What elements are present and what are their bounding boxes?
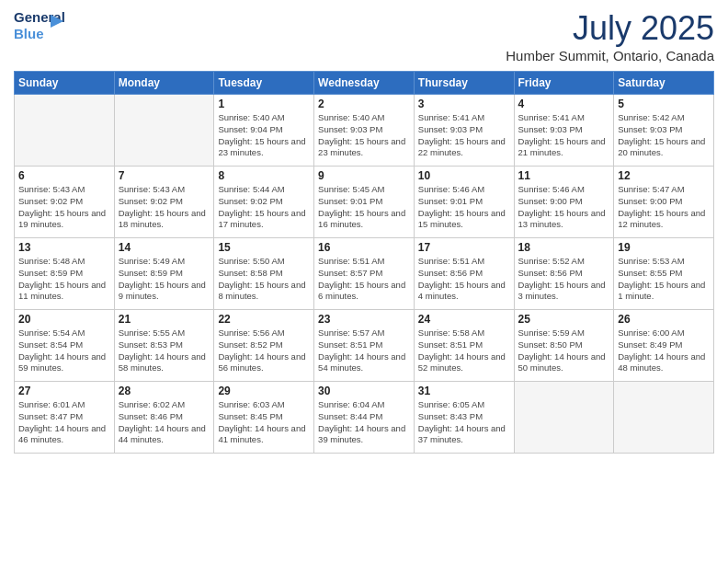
calendar-cell: 3Sunrise: 5:41 AM Sunset: 9:03 PM Daylig… bbox=[414, 95, 514, 167]
calendar-cell: 19Sunrise: 5:53 AM Sunset: 8:55 PM Dayli… bbox=[614, 238, 714, 310]
day-info: Sunrise: 6:03 AM Sunset: 8:45 PM Dayligh… bbox=[218, 399, 310, 446]
calendar-cell: 4Sunrise: 5:41 AM Sunset: 9:03 PM Daylig… bbox=[514, 95, 614, 167]
calendar-cell: 16Sunrise: 5:51 AM Sunset: 8:57 PM Dayli… bbox=[314, 238, 415, 310]
day-number: 18 bbox=[518, 241, 610, 254]
day-number: 15 bbox=[218, 241, 310, 254]
day-info: Sunrise: 5:46 AM Sunset: 9:00 PM Dayligh… bbox=[518, 184, 610, 231]
day-number: 21 bbox=[119, 313, 210, 326]
day-info: Sunrise: 5:41 AM Sunset: 9:03 PM Dayligh… bbox=[418, 112, 510, 159]
day-info: Sunrise: 5:48 AM Sunset: 8:59 PM Dayligh… bbox=[18, 256, 110, 303]
day-info: Sunrise: 5:51 AM Sunset: 8:56 PM Dayligh… bbox=[418, 256, 510, 303]
week-row-2: 6Sunrise: 5:43 AM Sunset: 9:02 PM Daylig… bbox=[15, 167, 714, 238]
week-row-3: 13Sunrise: 5:48 AM Sunset: 8:59 PM Dayli… bbox=[15, 238, 714, 310]
day-info: Sunrise: 5:52 AM Sunset: 8:56 PM Dayligh… bbox=[518, 256, 610, 303]
day-number: 30 bbox=[318, 385, 410, 397]
calendar-cell: 21Sunrise: 5:55 AM Sunset: 8:53 PM Dayli… bbox=[114, 310, 214, 382]
calendar-cell: 31Sunrise: 6:05 AM Sunset: 8:43 PM Dayli… bbox=[414, 382, 514, 454]
day-info: Sunrise: 5:42 AM Sunset: 9:03 PM Dayligh… bbox=[618, 112, 710, 159]
col-friday: Friday bbox=[514, 72, 614, 95]
day-number: 11 bbox=[518, 169, 610, 182]
calendar-cell bbox=[114, 95, 214, 167]
day-info: Sunrise: 6:04 AM Sunset: 8:44 PM Dayligh… bbox=[318, 399, 410, 446]
day-number: 6 bbox=[18, 169, 110, 182]
calendar-cell: 8Sunrise: 5:44 AM Sunset: 9:02 PM Daylig… bbox=[214, 167, 314, 238]
day-number: 3 bbox=[418, 98, 510, 110]
calendar-cell: 10Sunrise: 5:46 AM Sunset: 9:01 PM Dayli… bbox=[414, 167, 514, 238]
day-info: Sunrise: 5:57 AM Sunset: 8:51 PM Dayligh… bbox=[318, 327, 410, 374]
title-block: July 2025 Humber Summit, Ontario, Canada bbox=[506, 9, 714, 63]
day-info: Sunrise: 6:05 AM Sunset: 8:43 PM Dayligh… bbox=[418, 399, 510, 446]
day-number: 28 bbox=[119, 385, 210, 397]
day-info: Sunrise: 5:56 AM Sunset: 8:52 PM Dayligh… bbox=[218, 327, 310, 374]
calendar-body: 1Sunrise: 5:40 AM Sunset: 9:04 PM Daylig… bbox=[15, 95, 714, 454]
day-info: Sunrise: 5:47 AM Sunset: 9:00 PM Dayligh… bbox=[618, 184, 710, 231]
calendar-cell bbox=[614, 382, 714, 454]
page: General Blue July 2025 Humber Summit, On… bbox=[0, 0, 728, 563]
week-row-4: 20Sunrise: 5:54 AM Sunset: 8:54 PM Dayli… bbox=[15, 310, 714, 382]
svg-marker-0 bbox=[51, 15, 63, 28]
day-number: 14 bbox=[119, 241, 210, 254]
day-number: 22 bbox=[218, 313, 310, 326]
day-info: Sunrise: 5:43 AM Sunset: 9:02 PM Dayligh… bbox=[119, 184, 210, 231]
day-number: 23 bbox=[318, 313, 410, 326]
day-info: Sunrise: 5:54 AM Sunset: 8:54 PM Dayligh… bbox=[18, 327, 110, 374]
calendar-cell: 11Sunrise: 5:46 AM Sunset: 9:00 PM Dayli… bbox=[514, 167, 614, 238]
day-number: 10 bbox=[418, 169, 510, 182]
calendar-cell bbox=[15, 95, 115, 167]
calendar-cell: 27Sunrise: 6:01 AM Sunset: 8:47 PM Dayli… bbox=[15, 382, 115, 454]
col-wednesday: Wednesday bbox=[314, 72, 415, 95]
calendar-cell: 23Sunrise: 5:57 AM Sunset: 8:51 PM Dayli… bbox=[314, 310, 415, 382]
calendar-cell: 17Sunrise: 5:51 AM Sunset: 8:56 PM Dayli… bbox=[414, 238, 514, 310]
day-info: Sunrise: 5:58 AM Sunset: 8:51 PM Dayligh… bbox=[418, 327, 510, 374]
calendar-cell: 24Sunrise: 5:58 AM Sunset: 8:51 PM Dayli… bbox=[414, 310, 514, 382]
calendar-cell: 22Sunrise: 5:56 AM Sunset: 8:52 PM Dayli… bbox=[214, 310, 314, 382]
col-thursday: Thursday bbox=[414, 72, 514, 95]
day-info: Sunrise: 5:45 AM Sunset: 9:01 PM Dayligh… bbox=[318, 184, 410, 231]
day-number: 24 bbox=[418, 313, 510, 326]
day-number: 5 bbox=[618, 98, 710, 110]
day-number: 7 bbox=[119, 169, 210, 182]
subtitle: Humber Summit, Ontario, Canada bbox=[506, 48, 714, 63]
calendar-cell: 1Sunrise: 5:40 AM Sunset: 9:04 PM Daylig… bbox=[214, 95, 314, 167]
col-monday: Monday bbox=[114, 72, 214, 95]
day-info: Sunrise: 6:02 AM Sunset: 8:46 PM Dayligh… bbox=[119, 399, 210, 446]
day-number: 19 bbox=[618, 241, 710, 254]
calendar-cell: 28Sunrise: 6:02 AM Sunset: 8:46 PM Dayli… bbox=[114, 382, 214, 454]
day-number: 4 bbox=[518, 98, 610, 110]
day-info: Sunrise: 5:40 AM Sunset: 9:04 PM Dayligh… bbox=[218, 112, 310, 159]
col-tuesday: Tuesday bbox=[214, 72, 314, 95]
calendar-cell: 20Sunrise: 5:54 AM Sunset: 8:54 PM Dayli… bbox=[15, 310, 115, 382]
calendar-cell: 30Sunrise: 6:04 AM Sunset: 8:44 PM Dayli… bbox=[314, 382, 415, 454]
calendar-cell: 9Sunrise: 5:45 AM Sunset: 9:01 PM Daylig… bbox=[314, 167, 415, 238]
day-info: Sunrise: 5:44 AM Sunset: 9:02 PM Dayligh… bbox=[218, 184, 310, 231]
day-info: Sunrise: 6:00 AM Sunset: 8:49 PM Dayligh… bbox=[618, 327, 710, 374]
day-number: 16 bbox=[318, 241, 410, 254]
col-saturday: Saturday bbox=[614, 72, 714, 95]
calendar-cell: 14Sunrise: 5:49 AM Sunset: 8:59 PM Dayli… bbox=[114, 238, 214, 310]
day-number: 13 bbox=[18, 241, 110, 254]
day-info: Sunrise: 5:55 AM Sunset: 8:53 PM Dayligh… bbox=[119, 327, 210, 374]
day-number: 25 bbox=[518, 313, 610, 326]
calendar-cell: 15Sunrise: 5:50 AM Sunset: 8:58 PM Dayli… bbox=[214, 238, 314, 310]
day-number: 17 bbox=[418, 241, 510, 254]
header: General Blue July 2025 Humber Summit, On… bbox=[14, 9, 714, 63]
day-number: 2 bbox=[318, 98, 410, 110]
calendar-cell: 25Sunrise: 5:59 AM Sunset: 8:50 PM Dayli… bbox=[514, 310, 614, 382]
calendar: Sunday Monday Tuesday Wednesday Thursday… bbox=[14, 71, 714, 454]
day-info: Sunrise: 5:49 AM Sunset: 8:59 PM Dayligh… bbox=[119, 256, 210, 303]
day-info: Sunrise: 5:43 AM Sunset: 9:02 PM Dayligh… bbox=[18, 184, 110, 231]
day-number: 9 bbox=[318, 169, 410, 182]
day-info: Sunrise: 6:01 AM Sunset: 8:47 PM Dayligh… bbox=[18, 399, 110, 446]
day-info: Sunrise: 5:41 AM Sunset: 9:03 PM Dayligh… bbox=[518, 112, 610, 159]
day-info: Sunrise: 5:50 AM Sunset: 8:58 PM Dayligh… bbox=[218, 256, 310, 303]
col-sunday: Sunday bbox=[15, 72, 115, 95]
calendar-cell: 5Sunrise: 5:42 AM Sunset: 9:03 PM Daylig… bbox=[614, 95, 714, 167]
calendar-cell: 13Sunrise: 5:48 AM Sunset: 8:59 PM Dayli… bbox=[15, 238, 115, 310]
calendar-cell: 18Sunrise: 5:52 AM Sunset: 8:56 PM Dayli… bbox=[514, 238, 614, 310]
day-info: Sunrise: 5:46 AM Sunset: 9:01 PM Dayligh… bbox=[418, 184, 510, 231]
calendar-cell: 29Sunrise: 6:03 AM Sunset: 8:45 PM Dayli… bbox=[214, 382, 314, 454]
day-number: 8 bbox=[218, 169, 310, 182]
day-info: Sunrise: 5:40 AM Sunset: 9:03 PM Dayligh… bbox=[318, 112, 410, 159]
calendar-cell: 2Sunrise: 5:40 AM Sunset: 9:03 PM Daylig… bbox=[314, 95, 415, 167]
logo: General Blue bbox=[14, 9, 60, 50]
